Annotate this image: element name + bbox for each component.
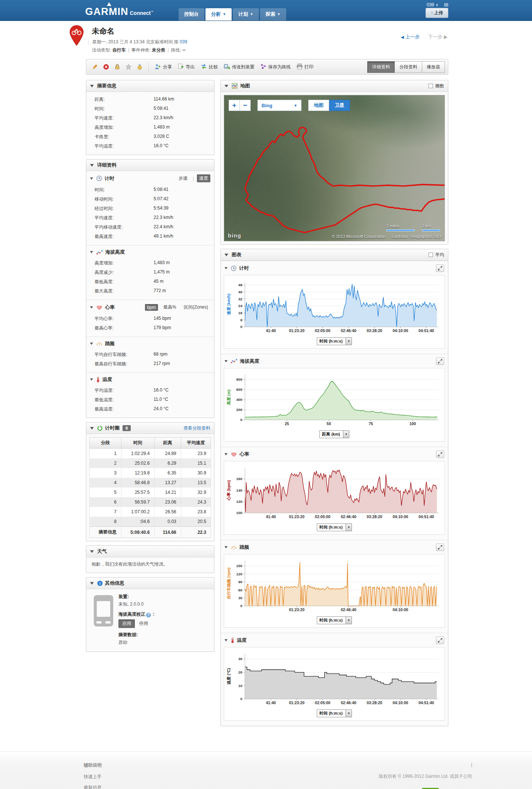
保存为路线-button[interactable]: 保存为路线 — [257, 62, 294, 72]
collapse-arrow-icon[interactable] — [90, 427, 94, 430]
比较-button[interactable]: 比较 — [198, 62, 221, 72]
footer-link-最新信息[interactable]: 最新信息 — [84, 785, 102, 789]
toggle-速度[interactable]: 速度 — [197, 174, 210, 182]
collapse-arrow-icon[interactable] — [225, 85, 228, 87]
lap-row[interactable]: 458:46.813.2713.5 — [90, 478, 211, 488]
view-splits-link[interactable]: 查看分段资料 — [183, 425, 210, 431]
lap-row[interactable]: 225:02.66.2915.1 — [90, 458, 211, 468]
toolbar-button-label: 导出 — [186, 64, 195, 70]
nav-tab-探索[interactable]: 探索▼ — [260, 8, 286, 21]
lap-cell: 24.3 — [181, 497, 211, 507]
delete-icon[interactable] — [100, 62, 112, 72]
collapse-arrow-icon[interactable] — [225, 254, 228, 256]
previous-activity-link[interactable]: ◀ 上一步 — [401, 34, 420, 40]
detail-section-海拔高度: 海拔高度高度增加:1,483 m高度减少:1,475 m最低高度:45 m最大高… — [86, 245, 214, 300]
collapse-arrow-icon[interactable] — [225, 546, 228, 548]
expand-chart-button[interactable] — [436, 451, 444, 458]
activity-owner-link[interactable]: 039 — [180, 39, 187, 44]
average-checkbox[interactable] — [429, 253, 433, 257]
map-zoom-out-button[interactable]: − — [239, 100, 251, 111]
x-axis-dropdown-cadence[interactable]: 时间 (h:m:s)▼ — [317, 616, 352, 624]
favorite-star-icon[interactable] — [123, 62, 134, 72]
detail-section-心率: 心率bpm最高%区间(Zones)平均心率:145 bpm最高心率:179 bp… — [86, 300, 214, 337]
view-button-分段资料[interactable]: 分段资料 — [395, 61, 422, 73]
view-button-详细资料[interactable]: 详细资料 — [367, 61, 395, 73]
lap-cell: 2 — [90, 458, 121, 468]
expand-chart-button[interactable] — [436, 637, 444, 644]
toggle-区间(Zones)[interactable]: 区间(Zones) — [182, 303, 210, 311]
lap-row[interactable]: 656:59.723.0624.3 — [90, 497, 211, 507]
collapse-arrow-icon[interactable] — [90, 177, 93, 180]
footer-link-快速上手[interactable]: 快速上手 — [84, 774, 102, 780]
collapse-arrow-icon[interactable] — [90, 85, 94, 87]
medal-icon[interactable] — [134, 62, 145, 72]
info-label: 最低温度: — [95, 397, 154, 403]
help-icon[interactable]: ? — [146, 613, 151, 618]
nav-tab-分析[interactable]: 分析▼ — [205, 8, 232, 21]
user-menu[interactable]: 039 ▼ — [427, 2, 439, 7]
toggle-bpm[interactable]: bpm — [145, 304, 158, 311]
lap-row[interactable]: 8:04.60.0320.5 — [90, 517, 211, 527]
toggle-最高%[interactable]: 最高% — [161, 303, 179, 311]
edit-pencil-icon[interactable] — [89, 62, 100, 72]
map-zoom-in-button[interactable]: + — [229, 100, 240, 111]
打印-button[interactable]: 打印 — [294, 62, 316, 72]
svg-text:50: 50 — [327, 422, 331, 426]
导出-button[interactable]: 导出 — [175, 62, 198, 72]
privacy-lock-icon[interactable] — [112, 62, 123, 72]
collapse-arrow-icon[interactable] — [225, 639, 228, 641]
expand-chart-button[interactable] — [436, 544, 444, 551]
info-value: 11.0 °C — [154, 397, 168, 403]
detail-section-title: 踏频 — [105, 340, 115, 347]
collapse-arrow-icon[interactable] — [90, 343, 93, 345]
chart-axis-control-row: 时间 (h:m:s)▼ — [226, 337, 443, 345]
svg-text:0: 0 — [240, 418, 242, 422]
elevation-correction-enable-button[interactable]: 启用 — [118, 619, 135, 628]
svg-text:120: 120 — [236, 499, 242, 504]
laps-overlay-checkbox[interactable] — [429, 84, 433, 88]
detail-section-踏频: 踏频平均自行车踏频:68 rpm最高自行车踏频:217 rpm — [86, 337, 214, 372]
map-canvas[interactable]: + − Bing▼ 地图 卫星 2 miles 2 km bing — [224, 95, 445, 241]
top-navigation-bar: 039 ▼ ✉ GARMINConnect™ 控制台分析▼计划▼探索▼ ↑上传 — [0, 0, 532, 21]
map-view-button[interactable]: 地图 — [308, 100, 329, 111]
x-axis-dropdown-heartrate[interactable]: 时间 (h:m:s)▼ — [317, 523, 352, 531]
satellite-view-button[interactable]: 卫星 — [329, 100, 350, 111]
collapse-arrow-icon[interactable] — [90, 550, 94, 553]
expand-chart-button[interactable] — [436, 358, 444, 365]
expand-chart-button[interactable] — [436, 264, 444, 272]
device-value: 未知, 2.0.0.0 — [118, 601, 154, 607]
collapse-arrow-icon[interactable] — [90, 251, 93, 253]
x-axis-dropdown-speed[interactable]: 时间 (h:m:s)▼ — [317, 337, 352, 345]
copyright-text: 版权所有 © 1996-2012 Garmin Ltd. 或其子公司 — [379, 773, 472, 780]
nav-tab-控制台[interactable]: 控制台 — [179, 8, 204, 21]
toolbar-button-label: 分享 — [163, 64, 172, 70]
分享-button[interactable]: 分享 — [152, 62, 175, 72]
info-row: 最高心率:179 bpm — [86, 324, 214, 333]
chart-plot-elevation: 0200400600800255075100高度 (m) — [226, 372, 443, 427]
map-provider-dropdown[interactable]: Bing▼ — [257, 100, 301, 111]
svg-text:04:10:00: 04:10:00 — [393, 701, 408, 705]
lap-row[interactable]: 525:57.514.2132.9 — [90, 488, 211, 497]
collapse-arrow-icon[interactable] — [225, 360, 228, 362]
collapse-arrow-icon[interactable] — [225, 453, 228, 455]
x-axis-dropdown-temperature[interactable]: 时间 (h:m:s)▼ — [317, 709, 352, 717]
lap-row[interactable]: 71:07:00.226.5623.8 — [90, 507, 211, 517]
right-content-column: 地图 圈数 + − — [220, 80, 448, 730]
info-label: 最高自行车踏频: — [95, 361, 154, 367]
elevation-correction-disable-button[interactable]: 停用 — [136, 619, 151, 628]
collapse-arrow-icon[interactable] — [225, 267, 228, 269]
lap-row[interactable]: 11:02:29.424.8923.9 — [90, 449, 211, 459]
传送到装置-button[interactable]: 传送到装置 — [221, 62, 257, 72]
collapse-arrow-icon[interactable] — [90, 164, 94, 167]
collapse-arrow-icon[interactable] — [90, 378, 93, 381]
lap-row[interactable]: 312:19.86.3530.9 — [90, 468, 211, 478]
view-button-播放器[interactable]: 播放器 — [422, 61, 445, 73]
mail-icon[interactable]: ✉ — [444, 2, 448, 8]
next-activity-link[interactable]: 下一步 ▶ — [428, 34, 448, 40]
collapse-arrow-icon[interactable] — [90, 306, 93, 309]
upload-button[interactable]: ↑上传 — [426, 8, 448, 18]
collapse-arrow-icon[interactable] — [90, 582, 94, 585]
nav-tab-计划[interactable]: 计划▼ — [233, 8, 259, 21]
x-axis-dropdown-elevation[interactable]: 距离 (km)▼ — [319, 430, 349, 438]
toggle-步速[interactable]: 步速 — [176, 174, 190, 182]
